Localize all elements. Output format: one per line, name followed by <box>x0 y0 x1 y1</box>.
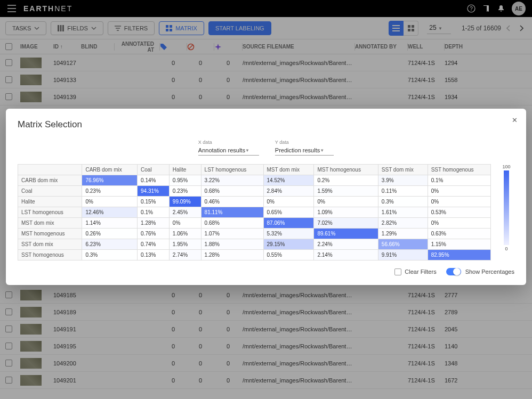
matrix-cell[interactable]: 94.31% <box>138 186 170 197</box>
xdata-select[interactable]: Annotation results▼ <box>198 146 259 156</box>
matrix-modal: Matrix Selection ✕ X data Annotation res… <box>6 109 526 285</box>
matrix-cell[interactable]: 1.28% <box>138 218 170 229</box>
matrix-row-header[interactable]: SST dom mix <box>18 239 82 250</box>
matrix-row-header[interactable]: MST homogenous <box>18 229 82 239</box>
matrix-cell[interactable]: 81.11% <box>201 207 263 218</box>
show-percentages-toggle[interactable] <box>446 268 461 275</box>
matrix-cell[interactable]: 0.68% <box>201 218 263 229</box>
matrix-cell[interactable]: 1.61% <box>378 207 428 218</box>
matrix-cell[interactable]: 1.14% <box>82 218 138 229</box>
matrix-col-header[interactable]: MST homogenous <box>314 165 378 175</box>
matrix-cell[interactable]: 0% <box>169 218 201 229</box>
matrix-cell[interactable]: 0.3% <box>82 250 138 260</box>
matrix-cell[interactable]: 1.09% <box>314 207 378 218</box>
matrix-cell[interactable]: 0% <box>82 197 138 207</box>
matrix-cell[interactable]: 0.55% <box>263 250 314 260</box>
matrix-row-header[interactable]: CARB dom mix <box>18 175 82 186</box>
matrix-cell[interactable]: 29.15% <box>263 239 314 250</box>
matrix-cell[interactable]: 2.45% <box>169 207 201 218</box>
matrix-cell[interactable]: 0.15% <box>138 197 170 207</box>
matrix-cell[interactable]: 5.32% <box>263 229 314 239</box>
modal-title: Matrix Selection <box>18 119 514 130</box>
matrix-cell[interactable]: 56.66% <box>378 239 428 250</box>
matrix-row-header[interactable]: Halite <box>18 197 82 207</box>
matrix-cell[interactable]: 1.28% <box>201 250 263 260</box>
matrix-cell[interactable]: 0.1% <box>138 207 170 218</box>
matrix-cell[interactable]: 1.95% <box>169 239 201 250</box>
matrix-cell[interactable]: 0.3% <box>378 197 428 207</box>
matrix-cell[interactable]: 1.88% <box>201 239 263 250</box>
matrix-cell[interactable]: 0.76% <box>138 229 170 239</box>
legend-max: 100 <box>502 164 510 169</box>
matrix-cell[interactable]: 82.95% <box>428 250 490 260</box>
ydata-label: Y data <box>275 140 334 145</box>
close-icon[interactable]: ✕ <box>512 116 518 124</box>
matrix-row-header[interactable]: SST homogenous <box>18 250 82 260</box>
matrix-cell[interactable]: 0.26% <box>82 229 138 239</box>
matrix-cell[interactable]: 3.9% <box>378 175 428 186</box>
matrix-row-header[interactable]: MST dom mix <box>18 218 82 229</box>
legend-min: 0 <box>505 246 507 251</box>
modal-overlay: Matrix Selection ✕ X data Annotation res… <box>0 0 532 399</box>
ydata-select[interactable]: Prediction results▼ <box>275 146 334 156</box>
matrix-cell[interactable]: 1.06% <box>169 229 201 239</box>
xdata-label: X data <box>198 140 259 145</box>
matrix-cell[interactable]: 0.23% <box>169 186 201 197</box>
matrix-cell[interactable]: 99.09% <box>169 197 201 207</box>
matrix-cell[interactable]: 76.96% <box>82 175 138 186</box>
matrix-cell[interactable]: 14.52% <box>263 175 314 186</box>
matrix-cell[interactable]: 7.02% <box>314 218 378 229</box>
matrix-cell[interactable]: 0% <box>428 218 490 229</box>
matrix-col-header[interactable]: MST dom mix <box>263 165 314 175</box>
matrix-cell[interactable]: 0% <box>428 197 490 207</box>
matrix-cell[interactable]: 0% <box>314 197 378 207</box>
matrix-cell[interactable]: 12.46% <box>82 207 138 218</box>
matrix-cell[interactable]: 0.68% <box>201 186 263 197</box>
matrix-row-header[interactable]: Coal <box>18 186 82 197</box>
matrix-cell[interactable]: 1.29% <box>378 229 428 239</box>
matrix-cell[interactable]: 3.22% <box>201 175 263 186</box>
matrix-cell[interactable]: 0.74% <box>138 239 170 250</box>
matrix-cell[interactable]: 2.24% <box>314 239 378 250</box>
matrix-cell[interactable]: 1.59% <box>314 186 378 197</box>
matrix-col-header[interactable]: Halite <box>169 165 201 175</box>
color-scale <box>504 170 509 245</box>
matrix-cell[interactable]: 6.23% <box>82 239 138 250</box>
matrix-cell[interactable]: 2.84% <box>263 186 314 197</box>
matrix-cell[interactable]: 0.11% <box>378 186 428 197</box>
matrix-col-header[interactable]: CARB dom mix <box>82 165 138 175</box>
matrix-cell[interactable]: 0.13% <box>138 250 170 260</box>
matrix-cell[interactable]: 0.46% <box>201 197 263 207</box>
matrix-cell[interactable]: 1.15% <box>428 239 490 250</box>
matrix-cell[interactable]: 0.63% <box>428 229 490 239</box>
matrix-col-header[interactable]: LST homogenous <box>201 165 263 175</box>
matrix-cell[interactable]: 0.23% <box>82 186 138 197</box>
matrix-col-header[interactable]: Coal <box>138 165 170 175</box>
matrix-cell[interactable]: 2.14% <box>314 250 378 260</box>
matrix-cell[interactable]: 89.61% <box>314 229 378 239</box>
matrix-col-header[interactable]: SST dom mix <box>378 165 428 175</box>
clear-filters-checkbox[interactable]: Clear Filters <box>394 268 436 275</box>
matrix-cell[interactable]: 0.53% <box>428 207 490 218</box>
matrix-cell[interactable]: 0.2% <box>314 175 378 186</box>
matrix-cell[interactable]: 1.07% <box>201 229 263 239</box>
matrix-col-header[interactable]: SST homogenous <box>428 165 490 175</box>
matrix-cell[interactable]: 0.65% <box>263 207 314 218</box>
matrix-row-header[interactable]: LST homogenous <box>18 207 82 218</box>
matrix-cell[interactable]: 87.06% <box>263 218 314 229</box>
matrix-cell[interactable]: 0% <box>428 186 490 197</box>
matrix-cell[interactable]: 0.1% <box>428 175 490 186</box>
confusion-matrix: CARB dom mixCoalHaliteLST homogenousMST … <box>18 164 491 260</box>
show-percentages-label: Show Percentages <box>465 268 514 275</box>
matrix-cell[interactable]: 2.82% <box>378 218 428 229</box>
matrix-cell[interactable]: 9.91% <box>378 250 428 260</box>
matrix-cell[interactable]: 0% <box>263 197 314 207</box>
matrix-cell[interactable]: 2.74% <box>169 250 201 260</box>
matrix-cell[interactable]: 0.95% <box>169 175 201 186</box>
matrix-cell[interactable]: 0.14% <box>138 175 170 186</box>
